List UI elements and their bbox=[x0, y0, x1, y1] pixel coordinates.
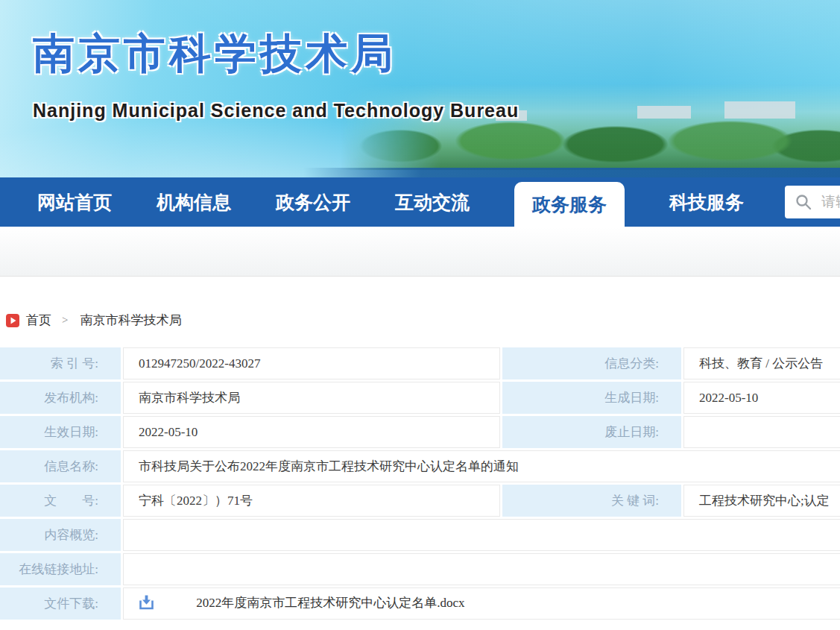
value-file-download: 2022年度南京市工程技术研究中心认定名单.docx bbox=[123, 588, 840, 620]
download-file-link[interactable]: 2022年度南京市工程技术研究中心认定名单.docx bbox=[196, 596, 464, 610]
label-file-download: 文件下载: bbox=[0, 588, 121, 620]
value-effective-date: 2022-05-10 bbox=[123, 416, 500, 448]
table-row: 文件下载: 2022年度南京市工程技术研究中心认定名单.docx bbox=[0, 588, 840, 620]
label-expiry-date: 废止日期: bbox=[502, 416, 681, 448]
site-subtitle-english: Nanjing Municipal Science and Technology… bbox=[33, 100, 519, 122]
site-title: 南京市科学技术局 bbox=[33, 30, 397, 78]
nav-sub-band bbox=[0, 227, 840, 277]
label-content-summary: 内容概览: bbox=[0, 519, 121, 551]
label-info-category: 信息分类: bbox=[502, 347, 681, 379]
nav-item-gov-service[interactable]: 政务服务 bbox=[514, 182, 625, 227]
value-keywords: 工程技术研究中心;认定 bbox=[683, 485, 840, 517]
label-generate-date: 生成日期: bbox=[502, 382, 681, 414]
value-publisher: 南京市科学技术局 bbox=[123, 382, 500, 414]
nav-item-org-info[interactable]: 机构信息 bbox=[157, 190, 231, 215]
label-publisher: 发布机构: bbox=[0, 382, 121, 414]
search-input[interactable] bbox=[820, 193, 840, 211]
table-row: 信息名称: 市科技局关于公布2022年度南京市工程技术研究中心认定名单的通知 bbox=[0, 450, 840, 482]
breadcrumb-separator: > bbox=[62, 314, 68, 327]
breadcrumb: 首页 > 南京市科学技术局 bbox=[6, 312, 840, 329]
site-banner: 南京市科学技术局 Nanjing Municipal Science and T… bbox=[0, 0, 840, 177]
main-nav: 网站首页 机构信息 政务公开 互动交流 政务服务 科技服务 bbox=[0, 177, 840, 227]
banner-landscape-image bbox=[341, 84, 840, 170]
value-index-number: 012947250/2022-43027 bbox=[123, 347, 500, 379]
nav-item-gov-open[interactable]: 政务公开 bbox=[276, 190, 350, 215]
label-effective-date: 生效日期: bbox=[0, 416, 121, 448]
table-row: 在线链接地址: bbox=[0, 553, 840, 585]
value-online-link bbox=[123, 553, 840, 585]
value-generate-date: 2022-05-10 bbox=[683, 382, 840, 414]
value-doc-number: 宁科〔2022〕）71号 bbox=[123, 485, 500, 517]
table-row: 文 号: 宁科〔2022〕）71号 关 键 词: 工程技术研究中心;认定 bbox=[0, 485, 840, 517]
table-row: 生效日期: 2022-05-10 废止日期: bbox=[0, 416, 840, 448]
table-row: 索 引 号: 012947250/2022-43027 信息分类: 科技、教育 … bbox=[0, 347, 840, 379]
value-info-category: 科技、教育 / 公示公告 bbox=[683, 347, 840, 379]
nav-item-interaction[interactable]: 互动交流 bbox=[395, 190, 470, 215]
search-icon bbox=[795, 193, 812, 211]
search-box[interactable] bbox=[785, 186, 840, 218]
breadcrumb-current-page: 南京市科学技术局 bbox=[80, 312, 181, 329]
banner-building bbox=[724, 101, 795, 119]
breadcrumb-home-link[interactable]: 首页 bbox=[26, 312, 51, 329]
value-content-summary bbox=[123, 519, 840, 551]
banner-building bbox=[637, 106, 691, 119]
label-online-link: 在线链接地址: bbox=[0, 553, 121, 585]
label-keywords: 关 键 词: bbox=[502, 485, 681, 517]
download-icon[interactable] bbox=[139, 599, 157, 614]
table-row: 内容概览: bbox=[0, 519, 840, 551]
banner-water bbox=[303, 168, 840, 177]
document-info-table: 索 引 号: 012947250/2022-43027 信息分类: 科技、教育 … bbox=[0, 345, 840, 622]
nav-item-tech-service[interactable]: 科技服务 bbox=[669, 190, 744, 215]
value-info-title: 市科技局关于公布2022年度南京市工程技术研究中心认定名单的通知 bbox=[123, 450, 840, 482]
label-doc-number: 文 号: bbox=[0, 485, 121, 517]
table-row: 发布机构: 南京市科学技术局 生成日期: 2022-05-10 bbox=[0, 382, 840, 414]
label-index-number: 索 引 号: bbox=[0, 347, 121, 379]
nav-item-home[interactable]: 网站首页 bbox=[37, 190, 112, 215]
breadcrumb-home-icon bbox=[6, 314, 19, 327]
value-expiry-date bbox=[683, 416, 840, 448]
label-info-title: 信息名称: bbox=[0, 450, 121, 482]
